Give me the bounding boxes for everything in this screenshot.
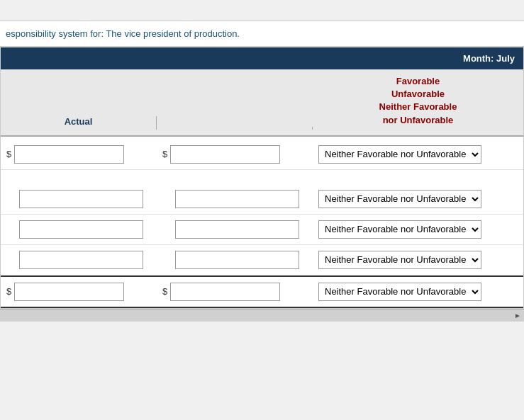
- cell-actual-3: [1, 220, 157, 239]
- column-headers: Actual Favorable Unfavorable Neither Fav…: [1, 69, 523, 137]
- cell-variance-4: Neither Favorable nor Unfavorable Favora…: [313, 251, 523, 269]
- table-row: Neither Favorable nor Unfavorable Favora…: [1, 215, 523, 245]
- budget-input-2[interactable]: [175, 190, 299, 208]
- cell-actual-2: [1, 190, 157, 208]
- budget-input-3[interactable]: [175, 220, 299, 239]
- variance-line4: nor Unfavorable: [313, 114, 523, 127]
- actual-column-header: Actual: [1, 116, 157, 130]
- variance-line1: Favorable: [313, 75, 523, 88]
- budget-input-4[interactable]: [175, 251, 299, 269]
- variance-select-1[interactable]: Neither Favorable nor Unfavorable Favora…: [318, 145, 481, 164]
- table-row: $ $ Neither Favorable nor Unfavorable Fa…: [1, 140, 523, 170]
- cell-budget-total: $: [157, 283, 313, 301]
- variance-line2: Unfavorable: [313, 88, 523, 101]
- top-bar: [0, 0, 524, 21]
- budget-column-header: [157, 127, 313, 130]
- main-container: Month: July Actual Favorable Unfavorable…: [0, 47, 524, 309]
- dollar-sign-budget-total: $: [162, 286, 167, 297]
- table-row: Neither Favorable nor Unfavorable Favora…: [1, 184, 523, 215]
- cell-variance-1: Neither Favorable nor Unfavorable Favora…: [313, 145, 523, 164]
- table-row: Neither Favorable nor Unfavorable Favora…: [1, 245, 523, 276]
- bottom-bar: ►: [0, 309, 524, 322]
- responsibility-prefix: esponsibility system for:: [6, 28, 106, 39]
- cell-budget-3: [157, 220, 313, 239]
- dollar-sign-actual-1: $: [6, 149, 11, 159]
- actual-input-4[interactable]: [19, 251, 143, 269]
- responsibility-bar: esponsibility system for: The vice presi…: [0, 21, 524, 47]
- variance-column-header: Favorable Unfavorable Neither Favorable …: [313, 75, 523, 130]
- cell-variance-total: Neither Favorable nor Unfavorable Favora…: [313, 283, 523, 301]
- responsibility-entity: The vice president of production.: [106, 28, 240, 39]
- actual-input-2[interactable]: [19, 190, 143, 208]
- budget-input-total[interactable]: [170, 283, 280, 301]
- actual-label: Actual: [65, 116, 93, 127]
- cell-actual-total: $: [1, 283, 157, 301]
- actual-input-3[interactable]: [19, 220, 143, 239]
- data-rows: $ $ Neither Favorable nor Unfavorable Fa…: [1, 140, 523, 308]
- scroll-right-icon: ►: [514, 312, 521, 319]
- cell-budget-1: $: [157, 145, 313, 164]
- table-row-total: $ $ Neither Favorable nor Unfavorable Fa…: [1, 276, 523, 308]
- variance-select-3[interactable]: Neither Favorable nor Unfavorable Favora…: [318, 220, 481, 239]
- variance-select-4[interactable]: Neither Favorable nor Unfavorable Favora…: [318, 251, 481, 269]
- cell-actual-1: $: [1, 145, 157, 164]
- variance-select-total[interactable]: Neither Favorable nor Unfavorable Favora…: [318, 283, 481, 301]
- actual-input-total[interactable]: [14, 283, 124, 301]
- cell-budget-2: [157, 190, 313, 208]
- cell-variance-3: Neither Favorable nor Unfavorable Favora…: [313, 220, 523, 239]
- variance-line3: Neither Favorable: [313, 101, 523, 113]
- month-header: Month: July: [1, 47, 523, 69]
- variance-select-2[interactable]: Neither Favorable nor Unfavorable Favora…: [318, 190, 481, 208]
- month-label: Month: July: [463, 53, 515, 64]
- budget-input-1[interactable]: [170, 145, 280, 164]
- dollar-sign-budget-1: $: [162, 149, 167, 159]
- spacer-1: [1, 170, 523, 184]
- cell-actual-4: [1, 251, 157, 269]
- dollar-sign-actual-total: $: [6, 286, 11, 297]
- cell-budget-4: [157, 251, 313, 269]
- cell-variance-2: Neither Favorable nor Unfavorable Favora…: [313, 190, 523, 208]
- actual-input-1[interactable]: [14, 145, 124, 164]
